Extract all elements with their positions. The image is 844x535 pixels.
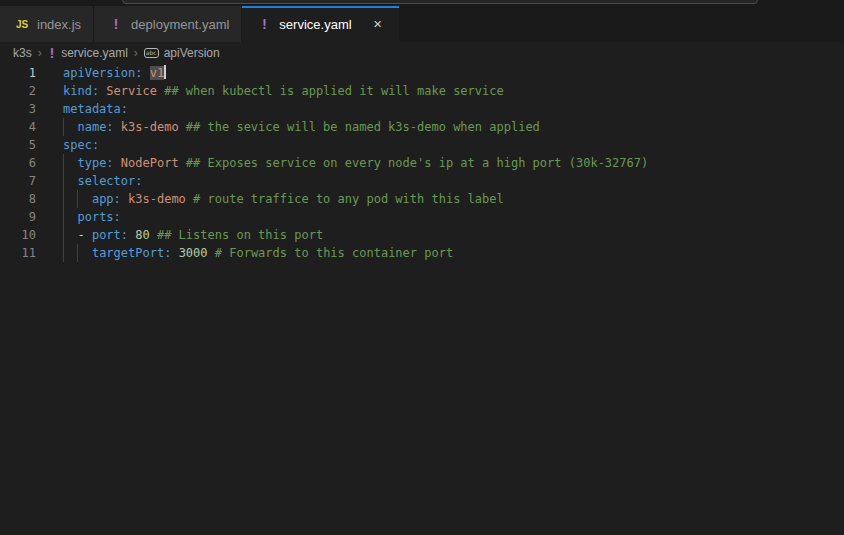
tab-deployment.yaml[interactable]: !deployment.yaml (94, 6, 241, 42)
code-token (142, 66, 149, 80)
yaml-file-icon: ! (256, 16, 272, 32)
tab-label: index.js (37, 17, 81, 32)
line-number: 3 (0, 100, 36, 118)
yaml-file-icon: ! (108, 16, 124, 32)
code-line[interactable]: 10 - port: 80 ## Listens on this port (0, 226, 844, 244)
tab-bar: JSindex.js!deployment.yaml!service.yaml× (0, 0, 844, 42)
code-token (63, 120, 77, 134)
code-line-text: app: k3s-demo # route traffice to any po… (36, 190, 844, 208)
indent-guide (63, 244, 64, 262)
code-token: 3000 (179, 246, 208, 260)
selected-token: v1 (150, 66, 164, 80)
line-number: 8 (0, 190, 36, 208)
indent-guide (63, 172, 64, 190)
line-number: 1 (0, 64, 36, 82)
code-token: k3s-demo (128, 192, 186, 206)
text-cursor (164, 65, 166, 79)
code-token: NodePort (121, 156, 179, 170)
breadcrumb-item-k3s[interactable]: k3s (13, 46, 32, 60)
indent-guide (77, 190, 78, 208)
code-token: 80 (135, 228, 149, 242)
breadcrumb-label: service.yaml (61, 46, 128, 60)
code-editor[interactable]: 1apiVersion: v12kind: Service ## when ku… (0, 64, 844, 535)
code-line-text: metadata: (36, 100, 844, 118)
code-token (121, 192, 128, 206)
code-token (114, 120, 121, 134)
code-token: app: (92, 192, 121, 206)
code-token: port: (92, 228, 128, 242)
code-line[interactable]: 5spec: (0, 136, 844, 154)
tab-index.js[interactable]: JSindex.js (0, 6, 93, 42)
code-token: metadata: (63, 102, 128, 116)
indent-guide (63, 118, 64, 136)
code-line[interactable]: 7 selector: (0, 172, 844, 190)
indent-guide (63, 226, 64, 244)
code-token: ## Listens on this port (150, 228, 323, 242)
code-token (63, 174, 77, 188)
code-token (63, 156, 77, 170)
javascript-file-icon: JS (14, 19, 30, 30)
code-token: kind: (63, 84, 99, 98)
code-line-text: spec: (36, 136, 844, 154)
code-line[interactable]: 1apiVersion: v1 (0, 64, 844, 82)
code-token: type: (77, 156, 113, 170)
code-line-text: apiVersion: v1 (36, 64, 844, 82)
tab-label: deployment.yaml (131, 17, 229, 32)
tab-label: service.yaml (279, 17, 351, 32)
line-number: 10 (0, 226, 36, 244)
code-token (114, 156, 121, 170)
code-line[interactable]: 8 app: k3s-demo # route traffice to any … (0, 190, 844, 208)
code-token: ports: (77, 210, 120, 224)
indent-guide (77, 244, 78, 262)
code-token: targetPort: (92, 246, 171, 260)
breadcrumb-label: apiVersion (164, 46, 220, 60)
code-line-text: selector: (36, 172, 844, 190)
code-line[interactable]: 6 type: NodePort ## Exposes service on e… (0, 154, 844, 172)
line-number: 6 (0, 154, 36, 172)
code-token (171, 246, 178, 260)
code-token: ## the sevice will be named k3s-demo whe… (179, 120, 540, 134)
tab-service.yaml[interactable]: !service.yaml× (242, 6, 398, 42)
chevron-right-icon: › (38, 46, 42, 60)
code-token: Service (106, 84, 157, 98)
symbol-string-icon: abc (144, 48, 159, 58)
code-token: # Forwards to this container port (208, 246, 454, 260)
code-token: # route traffice to any pod with this la… (186, 192, 504, 206)
code-line[interactable]: 4 name: k3s-demo ## the sevice will be n… (0, 118, 844, 136)
code-line[interactable]: 2kind: Service ## when kubectl is applie… (0, 82, 844, 100)
code-token: ## Exposes service on every node's ip at… (179, 156, 649, 170)
code-line-text: ports: (36, 208, 844, 226)
code-line-text: kind: Service ## when kubectl is applied… (36, 82, 844, 100)
yaml-warning-icon: ! (48, 45, 56, 61)
indent-guide (63, 190, 64, 208)
code-line-text: - port: 80 ## Listens on this port (36, 226, 844, 244)
breadcrumb-label: k3s (13, 46, 32, 60)
code-line[interactable]: 3metadata: (0, 100, 844, 118)
code-token: apiVersion: (63, 66, 142, 80)
code-token: spec: (63, 138, 99, 152)
code-token: k3s-demo (121, 120, 179, 134)
code-line[interactable]: 11 targetPort: 3000 # Forwards to this c… (0, 244, 844, 262)
close-icon[interactable]: × (369, 15, 387, 33)
line-number: 7 (0, 172, 36, 190)
line-number: 9 (0, 208, 36, 226)
code-line-text: targetPort: 3000 # Forwards to this cont… (36, 244, 844, 262)
code-token: selector: (77, 174, 142, 188)
line-number: 2 (0, 82, 36, 100)
breadcrumb: k3s›!service.yaml›abcapiVersion (0, 42, 844, 64)
chevron-right-icon: › (134, 46, 138, 60)
code-line[interactable]: 9 ports: (0, 208, 844, 226)
code-token: ## when kubectl is applied it will make … (157, 84, 504, 98)
line-number: 5 (0, 136, 36, 154)
line-number: 4 (0, 118, 36, 136)
breadcrumb-item-service.yaml[interactable]: !service.yaml (48, 45, 128, 61)
line-number: 11 (0, 244, 36, 262)
indent-guide (63, 208, 64, 226)
code-token: - (63, 228, 92, 242)
code-token: name: (77, 120, 113, 134)
code-line-text: type: NodePort ## Exposes service on eve… (36, 154, 844, 172)
code-token (63, 210, 77, 224)
quick-input-bottom-edge (122, 0, 758, 4)
indent-guide (63, 154, 64, 172)
breadcrumb-item-apiVersion[interactable]: abcapiVersion (144, 46, 220, 60)
